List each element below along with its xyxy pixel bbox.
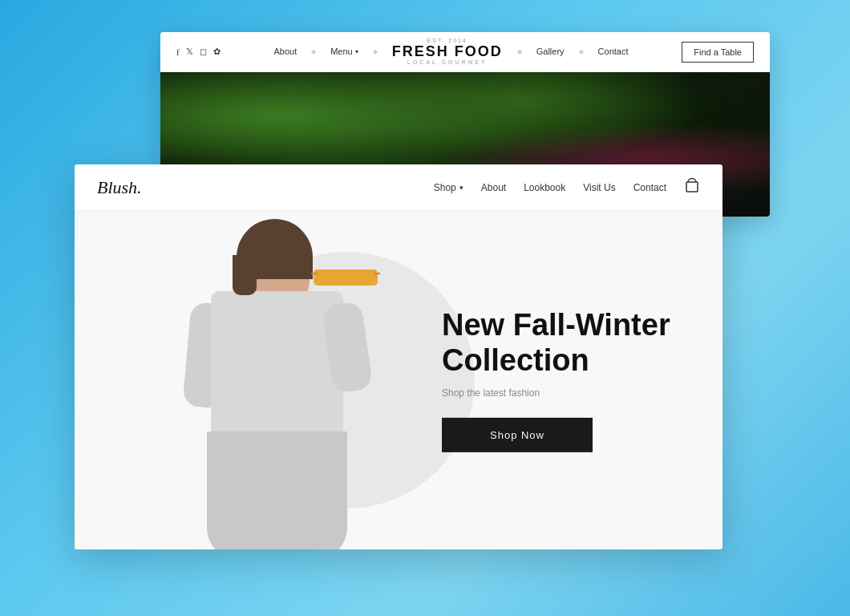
- model-sunglasses: [314, 270, 378, 286]
- fresh-food-header: f 𝕏 ◻ ✿ About ◆ Menu ▾ ◆ EST. 2014 FRESH…: [160, 32, 770, 72]
- nav-gallery[interactable]: Gallery: [536, 47, 565, 56]
- twitter-icon[interactable]: 𝕏: [186, 47, 193, 57]
- yelp-icon[interactable]: ✿: [213, 47, 221, 57]
- nav-about[interactable]: About: [273, 47, 297, 56]
- nav-shop[interactable]: Shop ▾: [434, 182, 463, 193]
- menu-chevron: ▾: [355, 48, 358, 55]
- nav-lookbook[interactable]: Lookbook: [524, 182, 565, 193]
- blush-card: Blush. Shop ▾ About Lookbook Visit Us Co…: [75, 164, 722, 549]
- nav-menu[interactable]: Menu ▾: [330, 47, 358, 56]
- hero-content: New Fall-Winter Collection Shop the late…: [442, 308, 682, 452]
- svg-rect-0: [686, 182, 698, 192]
- nav-visit-us[interactable]: Visit Us: [583, 182, 615, 193]
- fresh-food-logo: EST. 2014 FRESH FOOD LOCAL GOURMET: [392, 38, 503, 66]
- instagram-icon[interactable]: ◻: [200, 47, 207, 57]
- nav-about[interactable]: About: [481, 182, 506, 193]
- back-navigation: About ◆ Menu ▾ ◆ EST. 2014 FRESH FOOD LO…: [273, 38, 628, 66]
- find-table-button[interactable]: Find a Table: [682, 42, 754, 63]
- hero-title: New Fall-Winter Collection: [442, 308, 682, 378]
- social-icons-group: f 𝕏 ◻ ✿: [176, 47, 221, 57]
- model-hair: [237, 219, 313, 279]
- shop-now-button[interactable]: Shop Now: [442, 418, 593, 452]
- blush-logo: Blush.: [97, 177, 142, 198]
- blush-header: Blush. Shop ▾ About Lookbook Visit Us Co…: [75, 164, 722, 211]
- blush-hero: New Fall-Winter Collection Shop the late…: [75, 211, 722, 549]
- nav-contact[interactable]: Contact: [598, 47, 629, 56]
- model-figure: [171, 211, 411, 549]
- facebook-icon[interactable]: f: [176, 47, 180, 57]
- blush-navigation: Shop ▾ About Lookbook Visit Us Contact: [434, 176, 700, 198]
- model-figure-area: [171, 211, 411, 549]
- nav-contact[interactable]: Contact: [633, 182, 666, 193]
- hero-subtitle: Shop the latest fashion: [442, 387, 682, 399]
- shop-chevron: ▾: [459, 184, 463, 192]
- model-lower-body: [207, 432, 347, 549]
- cart-icon[interactable]: [684, 176, 700, 198]
